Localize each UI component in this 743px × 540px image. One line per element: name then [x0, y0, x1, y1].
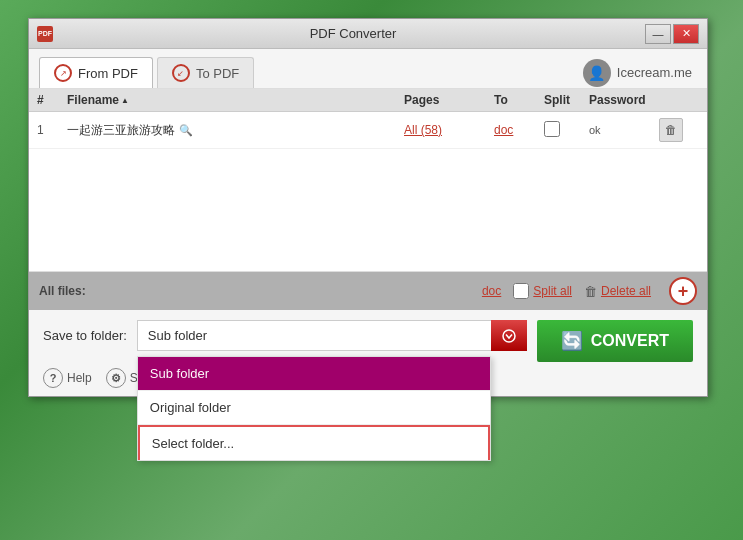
split-all-checkbox[interactable]	[513, 283, 529, 299]
col-password: Password	[589, 93, 659, 107]
brand-icon: 👤	[583, 59, 611, 87]
split-checkbox[interactable]	[544, 121, 560, 137]
save-folder-row: Save to folder: Sub folder	[43, 320, 527, 351]
convert-icon: 🔄	[561, 330, 583, 352]
app-window: PDF PDF Converter — ✕ ↗ From PDF ↙ To PD…	[28, 18, 708, 397]
search-icon[interactable]: 🔍	[179, 124, 193, 137]
password-cell: ok	[589, 123, 659, 137]
split-all-label[interactable]: Split all	[533, 284, 572, 298]
window-controls: — ✕	[645, 24, 699, 44]
delete-all-label: Delete all	[601, 284, 651, 298]
split-cell	[544, 121, 589, 140]
delete-all-icon: 🗑	[584, 284, 597, 299]
delete-cell: 🗑	[659, 118, 699, 142]
delete-row-button[interactable]: 🗑	[659, 118, 683, 142]
all-files-label: All files:	[39, 284, 86, 298]
convert-button[interactable]: 🔄 CONVERT	[537, 320, 693, 362]
to-cell: doc	[494, 123, 544, 137]
window-title: PDF Converter	[61, 26, 645, 41]
tabs-container: ↗ From PDF ↙ To PDF	[39, 57, 254, 88]
table-header: # Filename ▲ Pages To Split Password	[29, 89, 707, 112]
close-button[interactable]: ✕	[673, 24, 699, 44]
bottom-section: Save to folder: Sub folder	[29, 310, 707, 396]
brand-logo: 👤 Icecream.me	[583, 59, 692, 87]
footer-to-link[interactable]: doc	[482, 284, 501, 298]
table-body: 1 一起游三亚旅游攻略 🔍 All (58) doc ok 🗑	[29, 112, 707, 272]
tab-from-pdf[interactable]: ↗ From PDF	[39, 57, 153, 88]
split-all-container: Split all	[513, 283, 572, 299]
table-row: 1 一起游三亚旅游攻略 🔍 All (58) doc ok 🗑	[29, 112, 707, 149]
save-folder-area: Save to folder: Sub folder	[43, 320, 527, 362]
title-bar: PDF PDF Converter — ✕	[29, 19, 707, 49]
dropdown-item-original[interactable]: Original folder	[138, 391, 490, 425]
chevron-down-icon	[502, 329, 516, 343]
folder-input[interactable]	[137, 320, 527, 351]
add-file-button[interactable]: +	[669, 277, 697, 305]
footer-bar: All files: doc Split all 🗑 Delete all +	[29, 272, 707, 310]
sort-arrow: ▲	[121, 96, 129, 105]
tab-to-pdf[interactable]: ↙ To PDF	[157, 57, 254, 88]
gear-icon: ⚙	[106, 368, 126, 388]
filename-cell: 一起游三亚旅游攻略 🔍	[67, 122, 404, 139]
tab-bar: ↗ From PDF ↙ To PDF 👤 Icecream.me	[29, 49, 707, 89]
folder-input-wrapper: Sub folder Original folder Select folder…	[137, 320, 527, 351]
col-num: #	[37, 93, 67, 107]
col-split: Split	[544, 93, 589, 107]
dropdown-item-subfolder[interactable]: Sub folder	[138, 357, 490, 391]
to-link[interactable]: doc	[494, 123, 513, 137]
convert-row: Save to folder: Sub folder	[43, 320, 693, 362]
pages-cell: All (58)	[404, 123, 494, 137]
row-num: 1	[37, 123, 67, 137]
col-to: To	[494, 93, 544, 107]
filename-text: 一起游三亚旅游攻略	[67, 122, 175, 139]
col-filename: Filename ▲	[67, 93, 404, 107]
save-label: Save to folder:	[43, 328, 127, 343]
from-pdf-icon: ↗	[54, 64, 72, 82]
svg-point-0	[503, 330, 515, 342]
to-pdf-icon: ↙	[172, 64, 190, 82]
app-icon: PDF	[37, 26, 53, 42]
minimize-button[interactable]: —	[645, 24, 671, 44]
footer-right: doc Split all 🗑 Delete all +	[482, 277, 697, 305]
pages-link[interactable]: All (58)	[404, 123, 442, 137]
col-actions	[659, 93, 699, 107]
help-button[interactable]: ? Help	[43, 368, 92, 388]
dropdown-button[interactable]	[491, 320, 527, 351]
dropdown-menu: Sub folder Original folder Select folder…	[137, 356, 491, 461]
password-ok: ok	[589, 124, 601, 136]
col-pages: Pages	[404, 93, 494, 107]
brand-label: Icecream.me	[617, 65, 692, 80]
dropdown-item-select-folder[interactable]: Select folder...	[138, 425, 490, 460]
help-label: Help	[67, 371, 92, 385]
delete-all-container[interactable]: 🗑 Delete all	[584, 284, 651, 299]
help-icon: ?	[43, 368, 63, 388]
